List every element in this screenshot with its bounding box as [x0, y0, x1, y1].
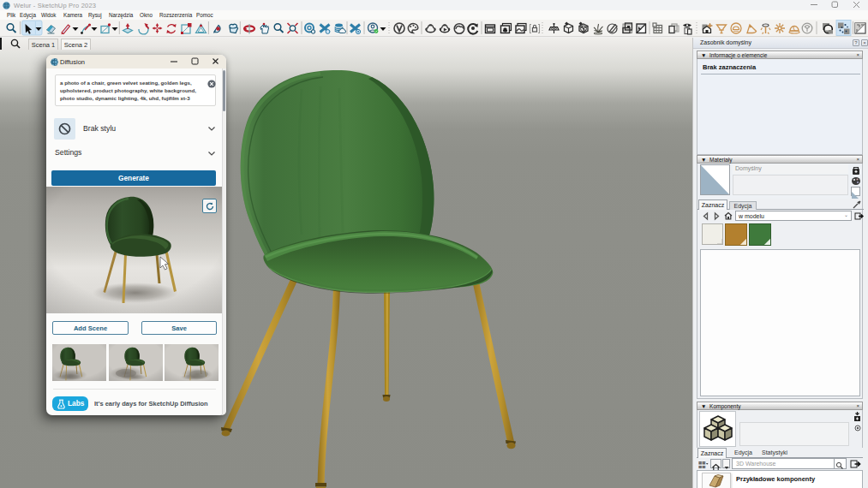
- svg-text:▦▦: ▦▦: [698, 465, 706, 469]
